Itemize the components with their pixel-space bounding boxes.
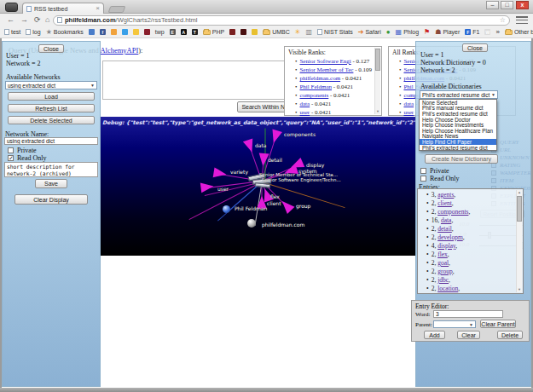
bookmark-item[interactable] [229, 29, 235, 35]
load-button[interactable]: Load [8, 92, 95, 101]
entry-word-link[interactable]: jdbc [437, 276, 449, 284]
alchemyapi-link[interactable]: AlchemyAPI [100, 46, 138, 55]
entry-word-link[interactable]: client [437, 199, 452, 207]
dropdown-option[interactable]: Help Choose Doctor [420, 117, 496, 123]
bookmark-item[interactable]: ● [386, 29, 391, 36]
rank-link[interactable]: Senior Software Engi [299, 58, 351, 65]
address-bar[interactable]: philfeldman.com/WglCharts2/rssTestbed.ht… [53, 15, 510, 26]
bookmark-item[interactable]: PHP [203, 29, 224, 35]
bookmark-item[interactable]: A [181, 29, 187, 35]
reload-icon[interactable]: ⟳ [34, 14, 41, 25]
tab-close-icon[interactable]: × [96, 5, 100, 12]
bookmark-item[interactable] [122, 29, 128, 35]
dropdown-option[interactable]: Help Find CHI Paper [420, 139, 496, 145]
home-icon[interactable]: ⌂ [45, 14, 49, 25]
browser-tab[interactable]: RSS testbed × [22, 3, 104, 14]
networks-select[interactable]: using extracted dict▼ [5, 81, 97, 89]
private-checkbox[interactable] [8, 147, 14, 153]
dropdown-option[interactable]: Help Choose Healthcare Plan [420, 128, 496, 134]
bookmark-item[interactable]: UMBC [263, 29, 290, 35]
dictionaries-select[interactable]: Phil's extracted resume dict▼ [420, 90, 498, 99]
bookmark-item[interactable]: test [4, 29, 20, 35]
dropdown-option[interactable]: Phil's extracted resume dict [420, 111, 496, 117]
rank-link[interactable]: user [299, 109, 310, 116]
bookmark-item[interactable]: W [484, 29, 490, 35]
rank-link[interactable]: user [403, 109, 414, 116]
entry-word-link[interactable]: components [437, 208, 468, 216]
dropdown-option[interactable]: Phil's extracted resume dict [420, 145, 496, 151]
entry-word-link[interactable]: developm [437, 233, 463, 241]
bookmark-item[interactable]: twp [155, 29, 165, 35]
entry-word-link[interactable]: display [437, 242, 455, 250]
entry-word-link[interactable]: scripts [437, 293, 455, 294]
bookmark-item[interactable] [89, 29, 95, 35]
add-button[interactable]: Add [424, 331, 445, 339]
entry-word-link[interactable]: location [437, 285, 458, 292]
network-name-input[interactable]: using extracted dict [4, 137, 98, 145]
rank-link[interactable]: data [299, 101, 310, 107]
dropdown-option[interactable]: None Selected [420, 100, 496, 106]
window-minimize-button[interactable]: – [486, 1, 499, 9]
entry-word-link[interactable]: goal [437, 259, 449, 267]
bookmarks-overflow-chevron[interactable]: » [495, 29, 499, 36]
bookmark-item[interactable]: ⚑ [424, 29, 430, 36]
entries-scrollbar[interactable]: ▲▼ [516, 190, 522, 292]
create-new-dictionary-button[interactable]: Create New Dictionary [425, 154, 498, 164]
clear-display-button[interactable]: Clear Display [14, 194, 88, 205]
bookmark-item[interactable]: ★Bookmarks [46, 28, 84, 36]
rank-link[interactable]: Phil Feldman [299, 84, 332, 90]
bookmark-item[interactable] [133, 29, 139, 35]
save-button[interactable]: Save [35, 179, 67, 188]
bookmark-item[interactable]: log [26, 29, 40, 35]
network-canvas[interactable]: Debug: {"test":"test","type":"get_networ… [101, 117, 415, 256]
bookmark-item[interactable]: T [192, 29, 198, 35]
description-textarea[interactable]: short description for network-2 (archive… [4, 162, 98, 177]
menu-hamburger-icon[interactable] [516, 16, 528, 24]
entry-word-link[interactable]: data [441, 216, 452, 224]
dropdown-option[interactable]: Phil's manual resume dict [420, 106, 496, 112]
bookmark-item[interactable] [252, 29, 258, 35]
bookmark-item[interactable]: NIST Stats [317, 29, 353, 35]
rank-link[interactable]: components [299, 92, 328, 99]
bookmark-item[interactable]: ▥ [305, 29, 312, 36]
rank-link[interactable]: philfeldman.com [299, 75, 340, 82]
private-checkbox[interactable] [420, 168, 426, 174]
bookmark-item[interactable]: ➔Safari [358, 29, 381, 36]
left-close-button[interactable]: Close [38, 44, 64, 53]
bookmark-item[interactable]: ✳ [295, 29, 301, 36]
profile-avatar-icon[interactable] [5, 3, 18, 12]
rank-link[interactable]: data [403, 101, 414, 107]
bookmark-item[interactable] [240, 29, 246, 35]
readonly-checkbox[interactable] [420, 176, 426, 182]
window-maximize-button[interactable]: □ [501, 1, 513, 9]
bookmark-item[interactable]: FF1 [465, 29, 479, 35]
other-bookmarks-folder[interactable]: Other bookmarks [505, 29, 533, 35]
forward-icon[interactable]: → [20, 14, 28, 25]
dropdown-option[interactable]: Help Choose Investments [420, 122, 496, 128]
delete-button[interactable]: Delete [497, 331, 523, 339]
bookmark-item[interactable] [111, 29, 117, 35]
dropdown-option[interactable]: Navigate News [420, 134, 496, 140]
window-close-button[interactable]: x [516, 1, 529, 9]
word-input[interactable]: 3 [433, 310, 503, 318]
parent-select[interactable]: ▼ [433, 320, 476, 328]
delete-selected-button[interactable]: Delete Selected [8, 116, 95, 124]
bookmark-item[interactable]: ▦Phlog [396, 29, 419, 36]
right-close-button[interactable]: Close [462, 43, 488, 52]
refresh-list-button[interactable]: Refresh List [8, 104, 95, 112]
clear-button[interactable]: Clear [457, 331, 480, 339]
visible-ranks-scrollbar[interactable]: ▼ [374, 48, 380, 114]
new-tab-button[interactable] [108, 6, 126, 13]
bookmark-item[interactable]: f [100, 29, 106, 35]
bookmark-item[interactable]: ☗Player [435, 29, 460, 36]
bookmark-item[interactable]: E [170, 29, 176, 35]
bookmark-item[interactable] [144, 29, 150, 35]
entry-word-link[interactable]: flex [437, 251, 448, 258]
back-icon[interactable]: ← [7, 14, 14, 25]
entry-word-link[interactable]: detail [437, 225, 452, 233]
entry-word-link[interactable]: group [437, 268, 453, 275]
readonly-checkbox[interactable]: ✓ [8, 155, 14, 161]
entry-word-link[interactable]: agents [437, 191, 454, 199]
bookmark-star-icon[interactable]: ☆ [500, 16, 506, 24]
rank-link[interactable]: Senior Member of Tec [299, 66, 353, 73]
